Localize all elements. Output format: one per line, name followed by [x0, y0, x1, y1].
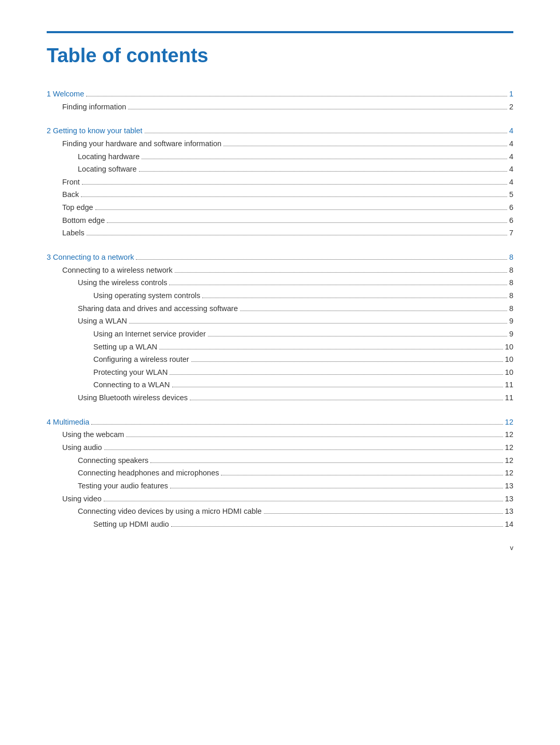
toc-entry: Back5: [47, 188, 513, 201]
entry-page: 9: [509, 315, 513, 328]
entry-dots: [150, 462, 503, 463]
entry-page: 13: [505, 480, 513, 493]
title-section: Table of contents: [47, 34, 513, 67]
entry-text: Connecting to a wireless network: [47, 264, 173, 277]
entry-text: Using an Internet service provider: [47, 328, 206, 341]
toc-entry: Using a WLAN9: [47, 315, 513, 328]
entry-text: 1 Welcome: [47, 88, 84, 101]
entry-page: 8: [509, 276, 513, 289]
toc-entry: Front4: [47, 176, 513, 189]
toc-entry: Labels7: [47, 227, 513, 240]
entry-page: 5: [509, 188, 513, 201]
section-gap: [47, 404, 513, 416]
entry-dots: [172, 387, 503, 387]
entry-dots: [81, 196, 507, 197]
toc-entries: 1 Welcome1Finding information22 Getting …: [47, 88, 513, 531]
entry-dots: [104, 501, 503, 501]
entry-page: 4: [509, 124, 513, 137]
entry-dots: [190, 400, 503, 400]
entry-dots: [170, 374, 502, 375]
entry-text: Connecting headphones and microphones: [47, 467, 219, 480]
toc-entry: Connecting video devices by using a micr…: [47, 505, 513, 518]
entry-page: 13: [505, 505, 513, 518]
entry-page: 10: [505, 366, 513, 379]
toc-entry: Using the webcam12: [47, 428, 513, 441]
entry-dots: [191, 361, 503, 362]
entry-text: Labels: [47, 227, 85, 240]
entry-text: Connecting speakers: [47, 454, 148, 467]
toc-entry: Connecting speakers12: [47, 454, 513, 467]
toc-entry: Connecting to a WLAN11: [47, 378, 513, 391]
entry-dots: [129, 323, 507, 324]
entry-dots: [208, 336, 507, 336]
entry-page: 8: [509, 289, 513, 302]
entry-text: Finding information: [47, 101, 126, 114]
toc-entry[interactable]: 4 Multimedia12: [47, 416, 513, 429]
entry-page: 6: [509, 214, 513, 227]
toc-entry[interactable]: 2 Getting to know your tablet4: [47, 124, 513, 137]
entry-text: Connecting to a WLAN: [47, 378, 170, 391]
entry-dots: [82, 184, 507, 185]
toc-entry: Connecting to a wireless network8: [47, 264, 513, 277]
page-title: Table of contents: [47, 45, 513, 67]
toc-entry: Setting up a WLAN10: [47, 341, 513, 354]
toc-entry: Using the wireless controls8: [47, 276, 513, 289]
entry-page: 1: [509, 88, 513, 101]
entry-page: 12: [505, 467, 513, 480]
toc-entry: Bottom edge6: [47, 214, 513, 227]
toc-entry: Testing your audio features13: [47, 480, 513, 493]
toc-entry: Protecting your WLAN10: [47, 366, 513, 379]
entry-page: 9: [509, 328, 513, 341]
toc-entry: Top edge6: [47, 201, 513, 214]
entry-page: 8: [509, 251, 513, 264]
section-gap: [47, 240, 513, 251]
entry-text: Using Bluetooth wireless devices: [47, 391, 188, 404]
entry-dots: [145, 133, 507, 133]
toc-entry: Using audio12: [47, 441, 513, 454]
entry-dots: [221, 475, 502, 475]
entry-text: Finding your hardware and software infor…: [47, 137, 221, 150]
entry-dots: [139, 171, 507, 172]
entry-text: Front: [47, 176, 80, 189]
entry-text: 3 Connecting to a network: [47, 251, 134, 264]
entry-text: Using operating system controls: [47, 289, 200, 302]
entry-dots: [223, 146, 507, 146]
entry-dots: [202, 298, 507, 298]
toc-entry: Configuring a wireless router10: [47, 353, 513, 366]
entry-dots: [240, 311, 507, 311]
toc-entry[interactable]: 3 Connecting to a network8: [47, 251, 513, 264]
toc-entry: Using Bluetooth wireless devices11: [47, 391, 513, 404]
entry-dots: [264, 513, 503, 514]
toc-entry: Setting up HDMI audio14: [47, 518, 513, 531]
entry-text: Testing your audio features: [47, 480, 168, 493]
entry-page: 12: [505, 428, 513, 441]
toc-entry: Using operating system controls8: [47, 289, 513, 302]
entry-text: Setting up HDMI audio: [47, 518, 169, 531]
top-border: [47, 31, 513, 33]
toc-entry: Finding information2: [47, 101, 513, 114]
entry-text: Setting up a WLAN: [47, 341, 157, 354]
entry-dots: [104, 449, 503, 450]
entry-dots: [86, 96, 507, 96]
entry-dots: [171, 526, 503, 527]
entry-text: Locating software: [47, 163, 137, 176]
entry-text: Connecting video devices by using a micr…: [47, 505, 262, 518]
entry-text: Using a WLAN: [47, 315, 127, 328]
entry-text: Locating hardware: [47, 150, 139, 163]
toc-entry: Sharing data and drives and accessing so…: [47, 302, 513, 315]
entry-page: 11: [505, 378, 513, 391]
entry-dots: [126, 437, 503, 437]
entry-dots: [95, 209, 507, 210]
entry-page: 14: [505, 518, 513, 531]
entry-page: 8: [509, 264, 513, 277]
entry-text: Using the wireless controls: [47, 276, 167, 289]
page-container: Table of contents 1 Welcome1Finding info…: [0, 0, 560, 572]
entry-page: 6: [509, 201, 513, 214]
toc-entry[interactable]: 1 Welcome1: [47, 88, 513, 101]
page-footer: v: [510, 544, 514, 552]
entry-text: 2 Getting to know your tablet: [47, 124, 143, 137]
entry-text: Configuring a wireless router: [47, 353, 189, 366]
entry-dots: [91, 424, 503, 425]
toc-entry: Connecting headphones and microphones12: [47, 467, 513, 480]
entry-dots: [128, 109, 507, 109]
